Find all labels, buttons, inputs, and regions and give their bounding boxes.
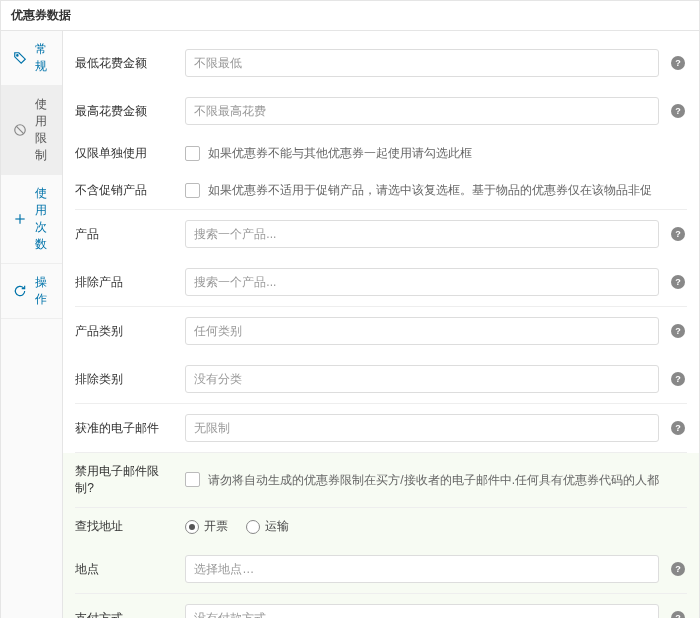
help-icon[interactable]: ? bbox=[671, 611, 685, 618]
row-exclude-sale: 不含促销产品 如果优惠券不适用于促销产品，请选中该复选框。基于物品的优惠券仅在该… bbox=[75, 172, 687, 210]
row-allowed-emails: 获准的电子邮件 ? bbox=[75, 404, 687, 453]
help-icon[interactable]: ? bbox=[671, 275, 685, 289]
label-min-spend: 最低花费金额 bbox=[75, 55, 175, 72]
row-products: 产品 ? bbox=[75, 210, 687, 258]
label-payment: 支付方式 bbox=[75, 610, 175, 619]
help-icon[interactable]: ? bbox=[671, 104, 685, 118]
panel-body: 常规 使用限制 使用次数 操作 bbox=[1, 31, 699, 618]
sidebar-item-label: 使用限制 bbox=[35, 96, 50, 164]
plus-icon bbox=[13, 212, 27, 226]
help-icon[interactable]: ? bbox=[671, 227, 685, 241]
products-input[interactable] bbox=[185, 220, 659, 248]
max-spend-input[interactable] bbox=[185, 97, 659, 125]
label-exclude-products: 排除产品 bbox=[75, 274, 175, 291]
exclude-products-input[interactable] bbox=[185, 268, 659, 296]
label-address-type: 查找地址 bbox=[75, 518, 175, 535]
advanced-section: 禁用电子邮件限制? 请勿将自动生成的优惠券限制在买方/接收者的电子邮件中.任何具… bbox=[63, 453, 699, 618]
row-individual-use: 仅限单独使用 如果优惠券不能与其他优惠券一起使用请勾选此框 bbox=[75, 135, 687, 172]
label-max-spend: 最高花费金额 bbox=[75, 103, 175, 120]
exclude-categories-select[interactable]: 没有分类 bbox=[185, 365, 659, 393]
help-icon[interactable]: ? bbox=[671, 56, 685, 70]
tag-icon bbox=[13, 51, 27, 65]
label-allowed-emails: 获准的电子邮件 bbox=[75, 420, 175, 437]
categories-select[interactable]: 任何类别 bbox=[185, 317, 659, 345]
sidebar-item-label: 常规 bbox=[35, 41, 50, 75]
row-payment: 支付方式 没有付款方式 ? bbox=[75, 594, 687, 618]
allowed-emails-input[interactable] bbox=[185, 414, 659, 442]
help-icon[interactable]: ? bbox=[671, 421, 685, 435]
sidebar-item-general[interactable]: 常规 bbox=[1, 31, 62, 86]
svg-line-2 bbox=[16, 126, 24, 134]
sidebar-item-label: 操作 bbox=[35, 274, 50, 308]
sidebar-item-label: 使用次数 bbox=[35, 185, 50, 253]
email-restrict-checkbox[interactable] bbox=[185, 472, 200, 487]
sidebar-item-actions[interactable]: 操作 bbox=[1, 264, 62, 319]
label-individual-use: 仅限单独使用 bbox=[75, 145, 175, 162]
row-min-spend: 最低花费金额 ? bbox=[75, 39, 687, 87]
help-icon[interactable]: ? bbox=[671, 562, 685, 576]
label-email-restrict: 禁用电子邮件限制? bbox=[75, 463, 175, 497]
settings-form: 最低花费金额 ? 最高花费金额 ? 仅限单独使用 如果优惠券不能与其他优惠券一起… bbox=[63, 31, 699, 618]
individual-use-desc: 如果优惠券不能与其他优惠券一起使用请勾选此框 bbox=[208, 145, 472, 162]
panel-title: 优惠券数据 bbox=[1, 1, 699, 31]
help-icon[interactable]: ? bbox=[671, 372, 685, 386]
location-select[interactable]: 选择地点… bbox=[185, 555, 659, 583]
settings-sidebar: 常规 使用限制 使用次数 操作 bbox=[1, 31, 63, 618]
exclude-sale-checkbox[interactable] bbox=[185, 183, 200, 198]
radio-icon bbox=[246, 520, 260, 534]
payment-select[interactable]: 没有付款方式 bbox=[185, 604, 659, 618]
row-address-type: 查找地址 开票 运输 bbox=[75, 508, 687, 545]
row-max-spend: 最高花费金额 ? bbox=[75, 87, 687, 135]
row-categories: 产品类别 任何类别 ? bbox=[75, 307, 687, 355]
row-exclude-products: 排除产品 ? bbox=[75, 258, 687, 307]
label-categories: 产品类别 bbox=[75, 323, 175, 340]
coupon-data-panel: 优惠券数据 常规 使用限制 使用次数 bbox=[0, 0, 700, 618]
row-location: 地点 选择地点… ? bbox=[75, 545, 687, 594]
row-exclude-categories: 排除类别 没有分类 ? bbox=[75, 355, 687, 404]
label-exclude-sale: 不含促销产品 bbox=[75, 182, 175, 199]
sidebar-item-usage-limits[interactable]: 使用次数 bbox=[1, 175, 62, 264]
help-icon[interactable]: ? bbox=[671, 324, 685, 338]
radio-shipping[interactable]: 运输 bbox=[246, 518, 289, 535]
min-spend-input[interactable] bbox=[185, 49, 659, 77]
svg-point-0 bbox=[17, 55, 18, 56]
ban-icon bbox=[13, 123, 27, 137]
refresh-icon bbox=[13, 284, 27, 298]
radio-icon bbox=[185, 520, 199, 534]
label-products: 产品 bbox=[75, 226, 175, 243]
label-location: 地点 bbox=[75, 561, 175, 578]
row-email-restrict: 禁用电子邮件限制? 请勿将自动生成的优惠券限制在买方/接收者的电子邮件中.任何具… bbox=[75, 453, 687, 508]
radio-billing[interactable]: 开票 bbox=[185, 518, 228, 535]
email-restrict-desc: 请勿将自动生成的优惠券限制在买方/接收者的电子邮件中.任何具有优惠券代码的人都 bbox=[208, 472, 659, 489]
exclude-sale-desc: 如果优惠券不适用于促销产品，请选中该复选框。基于物品的优惠券仅在该物品非促 bbox=[208, 182, 652, 199]
label-exclude-categories: 排除类别 bbox=[75, 371, 175, 388]
sidebar-item-usage-restriction[interactable]: 使用限制 bbox=[1, 86, 62, 175]
individual-use-checkbox[interactable] bbox=[185, 146, 200, 161]
